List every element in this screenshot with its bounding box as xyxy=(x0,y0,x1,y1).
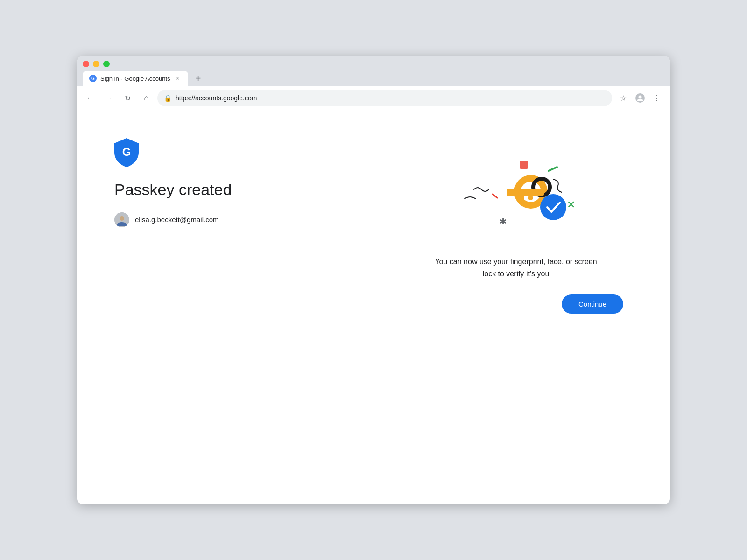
account-row: elisa.g.beckett@gmail.com xyxy=(114,212,399,227)
back-button[interactable]: ← xyxy=(83,91,98,105)
address-bar[interactable]: 🔒 https://accounts.google.com xyxy=(157,90,612,106)
avatar-image xyxy=(114,212,129,227)
tabs-bar: G Sign in - Google Accounts × + xyxy=(83,71,664,86)
window-controls xyxy=(83,61,664,67)
tab-title: Sign in - Google Accounts xyxy=(100,75,170,82)
svg-text:G: G xyxy=(122,146,131,158)
maximize-window-button[interactable] xyxy=(103,61,110,67)
nav-actions: ☆ ⋮ xyxy=(616,91,664,105)
tab-close-button[interactable]: × xyxy=(174,75,182,82)
svg-line-6 xyxy=(549,167,557,171)
continue-button[interactable]: Continue xyxy=(562,294,623,314)
profile-icon xyxy=(635,93,645,103)
forward-button[interactable]: → xyxy=(101,91,116,105)
account-email: elisa.g.beckett@gmail.com xyxy=(135,216,218,224)
bookmark-button[interactable]: ☆ xyxy=(616,91,631,105)
active-tab[interactable]: G Sign in - Google Accounts × xyxy=(83,71,188,86)
close-window-button[interactable] xyxy=(83,61,89,67)
home-button[interactable]: ⌂ xyxy=(139,91,154,105)
description-text: You can now use your fingerprint, face, … xyxy=(427,256,605,280)
google-shield-logo: G xyxy=(114,138,139,167)
key-illustration-svg: ✱ ✕ xyxy=(451,147,581,241)
profile-button[interactable] xyxy=(633,91,648,105)
svg-point-16 xyxy=(540,194,566,220)
tab-favicon: G xyxy=(89,75,97,82)
left-panel: G Passkey created elisa.g.beckett@gmail.… xyxy=(114,138,399,476)
page-title: Passkey created xyxy=(114,180,399,199)
svg-rect-13 xyxy=(507,189,544,196)
svg-rect-14 xyxy=(520,196,524,202)
svg-rect-5 xyxy=(520,161,528,169)
svg-text:✕: ✕ xyxy=(567,199,575,210)
url-display: https://accounts.google.com xyxy=(176,94,606,102)
svg-point-1 xyxy=(639,96,642,99)
menu-button[interactable]: ⋮ xyxy=(649,91,664,105)
lock-icon: 🔒 xyxy=(164,94,172,102)
right-panel: ✱ ✕ xyxy=(399,138,633,476)
minimize-window-button[interactable] xyxy=(93,61,99,67)
avatar xyxy=(114,212,129,227)
page-content: G Passkey created elisa.g.beckett@gmail.… xyxy=(77,110,670,504)
svg-line-7 xyxy=(493,194,497,198)
svg-text:✱: ✱ xyxy=(500,217,507,226)
title-bar: G Sign in - Google Accounts × + xyxy=(77,56,670,86)
browser-window: G Sign in - Google Accounts × + ← → ↻ ⌂ … xyxy=(77,56,670,504)
svg-rect-15 xyxy=(528,196,533,200)
new-tab-button[interactable]: + xyxy=(192,72,205,85)
svg-point-4 xyxy=(120,216,124,221)
nav-bar: ← → ↻ ⌂ 🔒 https://accounts.google.com ☆ … xyxy=(77,86,670,110)
passkey-illustration: ✱ ✕ xyxy=(451,147,581,241)
reload-button[interactable]: ↻ xyxy=(120,91,135,105)
